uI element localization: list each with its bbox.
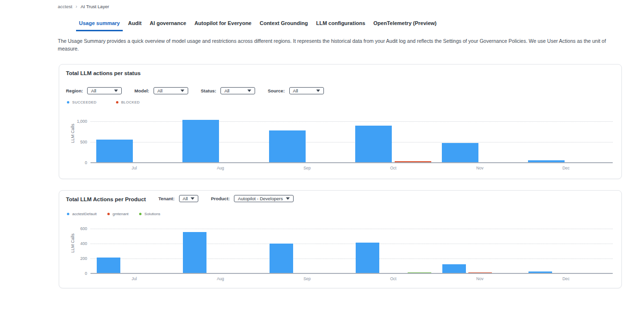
x-axis-label-aug: Aug [206,276,235,281]
tab-opentelemetry-preview[interactable]: OpenTelemetry (Preview) [371,19,439,31]
modelfilter-dropdown[interactable]: All [154,87,188,94]
bar-acctestdefault-oct [356,243,379,273]
breadcrumb-org[interactable]: acctest [58,4,72,9]
tab-audit[interactable]: Audit [125,19,144,31]
tab-bar: Usage summaryAuditAI governanceAutopilot… [76,19,439,31]
sourcefilter-value: All [293,88,298,93]
regionfilter-dropdown[interactable]: All [87,87,122,94]
bar-acctestdefault-aug [183,232,206,273]
tenantfilter-dropdown[interactable]: All [179,195,199,202]
bar-succeeded-nov [442,143,478,163]
tab-context-grounding[interactable]: Context Grounding [257,19,310,31]
tenantfilter-value: All [183,196,188,201]
y-axis-tick-0: 0 [66,160,87,165]
x-axis-label-sep: Sep [293,166,322,170]
breadcrumb: acctest › AI Trust Layer [58,4,109,9]
legend-label: Solutions [144,212,160,216]
legend-item-acctestdefault[interactable]: acctestDefault [67,212,97,216]
chevron-down-icon [180,90,184,92]
page-description: The Usage Summary provides a quick overv… [58,38,622,53]
x-axis-label-jul: Jul [120,276,149,281]
x-axis-label-nov: Nov [465,166,494,170]
chevron-right-icon: › [76,4,77,9]
status-chart-filters: Region:AllModel:AllStatus:AllSource:All [66,87,336,94]
tab-llm-configurations[interactable]: LLM configurations [313,19,368,31]
chevron-down-icon [114,90,118,92]
x-axis-label-dec: Dec [552,276,580,281]
modelfilter-value: All [157,88,163,93]
x-axis-label-dec: Dec [552,166,580,170]
productfilter-value: Autopilot - Developers [238,196,283,201]
chart-title-product: Total LLM Actions per Product [66,196,146,202]
modelfilter-label: Model: [134,88,149,93]
bar-acctestdefault-dec [528,271,552,273]
sourcefilter-label: Source: [268,88,284,93]
bar-blocked-oct [395,161,431,163]
gridline-500 [90,142,613,142]
bar-solutions-oct [408,272,431,273]
legend-item-succeeded[interactable]: SUCCEEDED [67,100,97,104]
x-axis-label-aug: Aug [206,166,235,170]
x-axis-label-sep: Sep [293,276,322,281]
y-axis-tick-1000: 1,000 [66,119,87,124]
legend-item-blocked[interactable]: BLOCKED [116,100,140,104]
statusfilter-dropdown[interactable]: All [220,87,255,94]
y-axis-title: LLM Calls [70,233,75,253]
tab-autopilot-for-everyone[interactable]: Autopilot for Everyone [192,19,255,31]
legend-dot-gmtenant [107,213,110,215]
sourcefilter-dropdown[interactable]: All [289,87,324,94]
x-axis-line [90,162,613,163]
chevron-down-icon [191,197,194,200]
legend-label: BLOCKED [121,100,140,104]
legend-dot-solutions [139,213,142,215]
chart-card-status: Total LLM actions per status Region:AllM… [59,64,622,179]
bar-acctestdefault-jul [97,258,120,273]
y-axis-tick-200: 200 [66,256,87,261]
product-chart-filters: Tenant:AllProduct:Autopilot - Developers [158,195,306,202]
y-axis-tick-400: 400 [66,241,87,246]
chevron-down-icon [247,90,251,92]
product-chart-plot: 0200400600JulAugSepOctNovDecLLM Calls [59,191,621,288]
y-axis-tick-500: 500 [66,140,87,144]
chevron-down-icon [286,197,290,200]
legend-label: acctestDefault [72,212,97,216]
legend-item-gmtenant[interactable]: gmtenant [107,212,129,216]
x-axis-label-oct: Oct [379,166,408,170]
x-axis-label-jul: Jul [120,166,149,170]
legend-dot-acctestdefault [67,213,69,215]
statusfilter-label: Status: [201,88,216,93]
x-axis-label-oct: Oct [379,276,408,281]
x-axis-label-nov: Nov [465,276,494,281]
regionfilter-label: Region: [66,88,83,93]
x-axis-line [90,273,613,274]
regionfilter-value: All [91,88,96,93]
tenantfilter-label: Tenant: [158,196,175,201]
bar-succeeded-sep [269,130,306,163]
legend-label: gmtenant [113,212,129,216]
legend-label: SUCCEEDED [72,100,97,104]
bar-succeeded-jul [96,140,133,163]
status-chart-legend: SUCCEEDEDBLOCKED [67,100,140,104]
bar-acctestdefault-sep [270,244,293,273]
y-axis-tick-600: 600 [66,226,87,231]
breadcrumb-current: AI Trust Layer [80,4,109,9]
chart-card-product: Total LLM Actions per Product Tenant:All… [59,190,622,288]
bar-acctestdefault-nov [442,264,466,273]
productfilter-dropdown[interactable]: Autopilot - Developers [234,195,293,202]
bar-succeeded-oct [355,126,392,163]
legend-item-solutions[interactable]: Solutions [139,212,160,216]
gridline-1000 [90,121,613,122]
gridline-600 [90,229,613,229]
bar-gmtenant-nov [468,272,492,273]
product-chart-legend: acctestDefaultgmtenantSolutions [67,212,160,216]
chevron-down-icon [316,90,320,92]
productfilter-label: Product: [211,196,230,201]
y-axis-title: LLM Calls [70,124,75,143]
gridline-400 [90,244,613,244]
tab-usage-summary[interactable]: Usage summary [76,19,123,31]
bar-succeeded-dec [528,160,565,163]
status-chart-plot: 05001,000JulAugSepOctNovDecLLM Calls [59,65,621,179]
statusfilter-value: All [224,88,230,93]
tab-ai-governance[interactable]: AI governance [147,19,189,31]
chart-title-status: Total LLM actions per status [66,70,141,76]
